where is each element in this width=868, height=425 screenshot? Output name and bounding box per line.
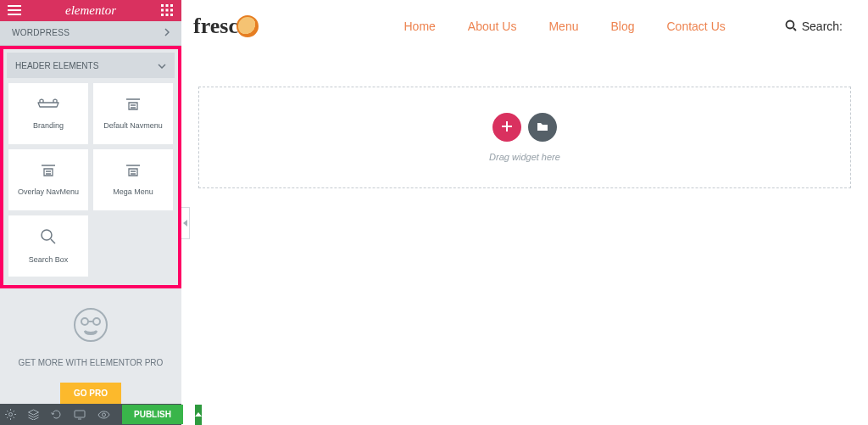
widget-default-navmenu-label: Default Navmenu <box>103 121 163 130</box>
history-icon[interactable] <box>51 409 62 420</box>
publish-button[interactable]: PUBLISH <box>122 405 183 424</box>
widget-default-navmenu[interactable]: Default Navmenu <box>93 83 173 144</box>
svg-point-10 <box>75 309 107 341</box>
section-header-elements[interactable]: HEADER ELEMENTS <box>7 53 175 78</box>
chevron-right-icon <box>164 28 170 38</box>
promo-panel: GET MORE WITH ELEMENTOR PRO GO PRO <box>0 288 181 404</box>
svg-point-9 <box>42 230 52 240</box>
nav-home[interactable]: Home <box>403 20 435 33</box>
search-icon <box>785 20 797 34</box>
drop-zone[interactable]: Drag widget here <box>198 87 851 188</box>
site-logo[interactable]: fresc <box>193 14 259 39</box>
drop-zone-buttons <box>492 113 557 142</box>
pizza-icon <box>236 15 259 37</box>
go-pro-button[interactable]: GO PRO <box>60 383 121 404</box>
svg-rect-4 <box>165 9 168 12</box>
site-header: fresc Home About Us Menu Blog Contact Us… <box>181 0 868 53</box>
widget-search-box[interactable]: Search Box <box>8 215 88 277</box>
sidebar-header: elementor <box>0 0 181 21</box>
header-search[interactable]: Search: <box>785 20 843 34</box>
add-section-button[interactable] <box>492 113 521 142</box>
widget-search-box-label: Search Box <box>29 255 69 264</box>
sidebar-footer: PUBLISH <box>0 404 181 425</box>
svg-rect-8 <box>170 14 173 16</box>
nav-contact[interactable]: Contact Us <box>667 20 726 33</box>
widget-grid: Branding Default Navmenu Overlay NavMenu… <box>7 83 175 277</box>
promo-text: GET MORE WITH ELEMENTOR PRO <box>19 358 164 367</box>
responsive-icon[interactable] <box>74 410 86 420</box>
widget-branding[interactable]: Branding <box>8 83 88 144</box>
svg-point-13 <box>9 413 13 417</box>
brand-title: elementor <box>65 3 116 18</box>
navigator-icon[interactable] <box>28 409 39 420</box>
nav-about[interactable]: About Us <box>468 20 517 33</box>
elementor-sidebar: elementor WORDPRESS HEADER ELEMENTS Bran… <box>0 0 181 425</box>
svg-rect-7 <box>165 14 168 16</box>
section-wordpress[interactable]: WORDPRESS <box>0 21 181 47</box>
svg-point-16 <box>786 20 793 28</box>
drop-zone-hint: Drag widget here <box>489 152 560 162</box>
nav-blog[interactable]: Blog <box>610 20 634 33</box>
widget-branding-label: Branding <box>33 121 64 130</box>
widget-mega-menu[interactable]: Mega Menu <box>93 149 173 210</box>
svg-point-11 <box>81 318 88 325</box>
settings-icon[interactable] <box>5 409 16 420</box>
svg-rect-0 <box>161 4 164 7</box>
widget-overlay-navmenu-label: Overlay NavMenu <box>18 187 79 196</box>
preview-icon[interactable] <box>97 411 110 419</box>
svg-rect-5 <box>170 9 173 12</box>
branding-icon <box>36 98 60 115</box>
svg-rect-3 <box>161 9 164 12</box>
svg-point-15 <box>103 413 106 417</box>
navmenu-icon <box>125 98 142 115</box>
section-header-elements-highlight: HEADER ELEMENTS Branding Default Navmenu <box>0 46 181 288</box>
svg-rect-6 <box>161 14 164 16</box>
svg-point-12 <box>93 318 100 325</box>
promo-face-icon <box>73 307 108 346</box>
chevron-down-icon <box>158 61 166 70</box>
search-box-icon <box>40 228 57 249</box>
plus-icon <box>502 120 512 135</box>
section-header-elements-label: HEADER ELEMENTS <box>15 61 98 70</box>
collapse-sidebar-handle[interactable] <box>181 207 190 239</box>
template-library-button[interactable] <box>528 113 557 142</box>
svg-rect-1 <box>165 4 168 7</box>
svg-rect-14 <box>75 411 85 417</box>
overlay-navmenu-icon <box>40 164 57 181</box>
folder-icon <box>537 120 548 135</box>
widget-mega-menu-label: Mega Menu <box>113 187 153 196</box>
svg-rect-2 <box>170 4 173 7</box>
section-wordpress-label: WORDPRESS <box>12 28 70 37</box>
site-logo-text: fresc <box>193 14 238 39</box>
editor-canvas: fresc Home About Us Menu Blog Contact Us… <box>181 0 868 425</box>
main-nav: Home About Us Menu Blog Contact Us <box>403 20 725 33</box>
widget-overlay-navmenu[interactable]: Overlay NavMenu <box>8 149 88 210</box>
widgets-grid-icon[interactable] <box>159 3 175 18</box>
nav-menu[interactable]: Menu <box>548 20 578 33</box>
hamburger-icon[interactable] <box>7 3 22 18</box>
search-label: Search: <box>802 20 843 33</box>
mega-menu-icon <box>125 164 142 181</box>
